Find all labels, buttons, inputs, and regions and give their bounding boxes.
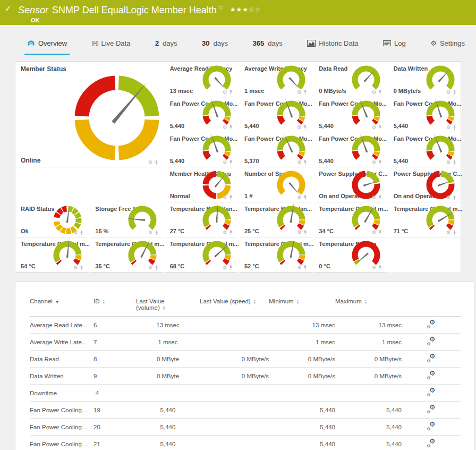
pin-icon[interactable] [378,160,382,165]
pin-icon[interactable] [453,90,456,95]
gear-icon[interactable]: ⚙ [446,90,451,95]
gauge-cell[interactable]: Fan Power Cooling Mo...5,440⚙ [389,97,460,132]
flag-icon[interactable]: ⚐ [219,5,224,11]
pin-icon[interactable] [378,90,382,95]
gauge-cell[interactable]: Temperature Backplan...27 °C⚙ [165,202,236,237]
pin-icon[interactable] [155,230,158,235]
pin-icon[interactable] [303,230,307,235]
tab-historic-data[interactable]: Historic Data [304,39,361,55]
gear-icon[interactable]: ⚙ [148,230,153,235]
gauge-cell[interactable]: Fan Power Cooling Mo...5,440⚙ [314,97,385,132]
tab-2-days[interactable]: 2days [152,39,180,55]
pin-icon[interactable] [303,90,307,95]
channel-settings-icon[interactable]: ⚙⚙ [427,371,436,379]
gear-icon[interactable]: ⚙ [223,125,227,130]
pin-icon[interactable] [80,230,83,235]
gauge-cell[interactable]: Fan Power Cooling Mo...5,440⚙ [165,97,236,132]
gear-icon[interactable]: ⚙ [73,230,78,235]
gauge-cell[interactable]: Temperature Control m...35 °C⚙ [90,237,162,273]
cell-channel[interactable]: Downtime [30,385,94,402]
tab-overview[interactable]: Overview [24,39,70,55]
gauge-cell[interactable]: Temperature Control m...52 °C⚙ [240,237,311,273]
gear-icon[interactable]: ⚙ [372,195,377,200]
gear-icon[interactable]: ⚙ [148,265,153,270]
gauge-cell[interactable]: Temperature Control m...54 °C⚙ [16,237,87,273]
gear-icon[interactable]: ⚙ [148,160,153,165]
gauge-cell[interactable]: Average Read Latency13 msec⚙ [165,62,236,97]
cell-channel[interactable]: Data Read [30,351,94,368]
cell-channel[interactable]: Average Read Late... [30,317,94,334]
gauge-cell[interactable]: Fan Power Cooling Mo...5,440⚙ [314,132,385,167]
col-header-last-value-volume[interactable]: Last Value(volume)▲▼ [136,296,200,317]
pin-icon[interactable] [229,160,233,165]
cell-channel[interactable]: Fan Power Cooling ... [30,402,94,419]
gear-icon[interactable]: ⚙ [446,230,451,235]
col-header-maximum[interactable]: Maximum▲▼ [335,296,402,317]
gear-icon[interactable]: ⚙ [223,90,227,95]
pin-icon[interactable] [303,125,307,130]
gauge-cell[interactable]: Temperature Control m...68 °C⚙ [165,237,236,273]
gauge-cell[interactable]: Fan Power Cooling Mo...5,440⚙ [165,132,236,167]
pin-icon[interactable] [229,265,233,270]
pin-icon[interactable] [303,195,307,200]
col-header-channel[interactable]: Channel▼ [30,296,94,317]
cell-channel[interactable]: Fan Power Cooling ... [30,436,94,450]
pin-icon[interactable] [303,160,307,165]
channel-settings-icon[interactable]: ⚙⚙ [427,439,436,447]
gauge-cell[interactable]: Storage Free %15 %⚙ [90,202,162,237]
gauge-cell[interactable]: Member Health StatusNormal⚙ [165,167,236,202]
pin-icon[interactable] [303,265,307,270]
pin-icon[interactable] [155,160,158,165]
pin-icon[interactable] [378,195,382,200]
pin-icon[interactable] [453,230,456,235]
col-header-id[interactable]: ID▲▼ [94,296,136,317]
pin-icon[interactable] [80,265,83,270]
pin-icon[interactable] [229,90,233,95]
gear-icon[interactable]: ⚙ [223,160,227,165]
gauge-cell-member-status[interactable]: Member StatusOnline⚙ [16,62,162,167]
gear-icon[interactable]: ⚙ [297,195,302,200]
cell-channel[interactable]: Average Write Late... [30,334,94,351]
gauge-cell[interactable]: Number of Spares1 #⚙ [240,167,311,202]
gear-icon[interactable]: ⚙ [297,125,302,130]
tab-live-data[interactable]: ((•))Live Data [89,39,133,55]
tab-settings[interactable]: ⚙Settings [428,39,468,55]
gauge-cell[interactable]: Temperature System0 °C⚙ [314,237,385,273]
cell-channel[interactable]: Data Written [30,368,94,385]
gauge-cell[interactable]: Temperature Control m...71 °C⚙ [389,202,460,237]
col-header-last-value-speed[interactable]: Last Value (speed)▲▼ [200,296,269,317]
gear-icon[interactable]: ⚙ [297,90,302,95]
gear-icon[interactable]: ⚙ [372,265,377,270]
gauge-cell[interactable]: Fan Power Cooling Mo...5,440⚙ [240,97,311,132]
gear-icon[interactable]: ⚙ [446,125,451,130]
gear-icon[interactable]: ⚙ [372,90,377,95]
channel-settings-icon[interactable]: ⚙⚙ [427,354,436,362]
gauge-cell[interactable]: Average Write Latency1 msec⚙ [240,62,311,97]
pin-icon[interactable] [378,230,382,235]
pin-icon[interactable] [229,230,233,235]
cell-channel[interactable]: Fan Power Cooling ... [30,419,94,436]
pin-icon[interactable] [453,195,456,200]
gauge-cell[interactable]: Fan Power Cooling Mo...5,370⚙ [240,132,311,167]
gauge-cell[interactable]: Data Read0 MByte/s⚙ [314,62,385,97]
col-header-minimum[interactable]: Minimum▲▼ [269,296,335,317]
gear-icon[interactable]: ⚙ [223,265,227,270]
gear-icon[interactable]: ⚙ [297,265,302,270]
gauge-cell[interactable]: Temperature Backplan...25 °C⚙ [240,202,311,237]
gear-icon[interactable]: ⚙ [73,265,78,270]
gauge-cell[interactable]: Fan Power Cooling Mo...5,440⚙ [389,132,460,167]
gauge-cell[interactable]: Temperature Control m...34 °C⚙ [314,202,385,237]
tab-365-days[interactable]: 365days [250,39,285,55]
gauge-cell[interactable]: RAID StatusOk⚙ [16,202,87,237]
pin-icon[interactable] [229,125,233,130]
gear-icon[interactable]: ⚙ [372,230,377,235]
pin-icon[interactable] [453,125,456,130]
gauge-cell[interactable]: Data Written0 MByte/s⚙ [389,62,460,97]
channel-settings-icon[interactable]: ⚙⚙ [427,388,436,396]
pin-icon[interactable] [453,160,456,165]
gear-icon[interactable]: ⚙ [223,230,227,235]
gear-icon[interactable]: ⚙ [372,125,377,130]
gear-icon[interactable]: ⚙ [372,160,377,165]
tab-30-days[interactable]: 30days [199,39,231,55]
channel-settings-icon[interactable]: ⚙⚙ [427,422,436,430]
